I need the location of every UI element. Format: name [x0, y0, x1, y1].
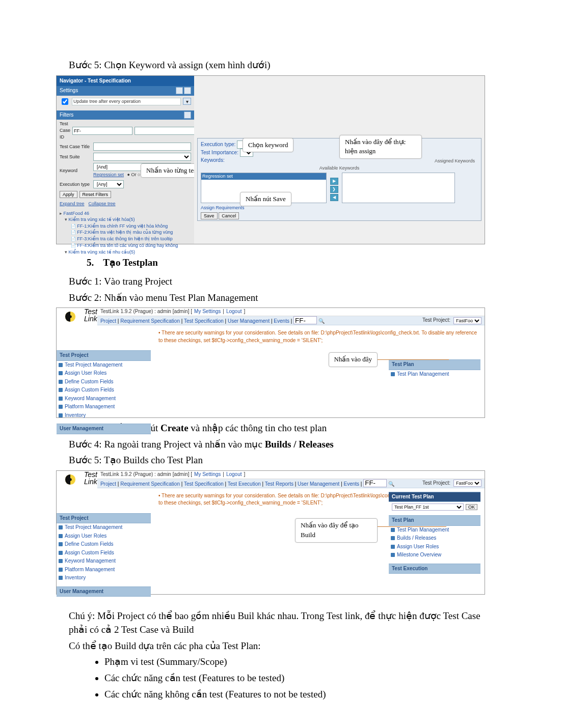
- filters-label: Filters: [60, 111, 73, 119]
- update-tree-text: Update tree after every operation: [72, 98, 181, 105]
- transfer-buttons[interactable]: ▶ ❯ ◀: [330, 178, 338, 201]
- save-button[interactable]: Save: [201, 212, 218, 219]
- menu-item[interactable]: Events: [344, 481, 360, 486]
- ok-button[interactable]: OK: [466, 504, 477, 510]
- move-all-right-icon[interactable]: ❯: [330, 186, 338, 193]
- main-menu: Project | Requirement Specification | Te…: [97, 316, 485, 325]
- sidebar-item[interactable]: Assign Custom Fields: [57, 386, 151, 395]
- filters-header[interactable]: Filters: [57, 110, 194, 120]
- search-icon[interactable]: 🔍: [388, 481, 394, 486]
- dropdown-icon[interactable]: ▾: [183, 98, 191, 105]
- list-item: Phạm vi test (Summary/Scope): [104, 655, 497, 669]
- tctitle-input[interactable]: [93, 143, 191, 151]
- sidebar-item[interactable]: Keyword Management: [57, 557, 151, 566]
- tp-item[interactable]: Milestone Overview: [389, 551, 480, 559]
- menu-item[interactable]: Project: [100, 318, 116, 324]
- note-paragraph: Chú ý: Mỗi Project có thể bao gồm nhiều …: [69, 609, 497, 637]
- tree-tc[interactable]: FF-4:Kiểm tra tên tô các vùng có đúng ha…: [71, 242, 191, 249]
- detail-panel: Execution type: Test Importance: Keyword…: [194, 76, 485, 244]
- settings-header[interactable]: Settings: [57, 86, 194, 96]
- tree-tc[interactable]: FF-1:Kiểm tra chính FF vùng việt hóa khô…: [71, 223, 191, 230]
- assign-req-link[interactable]: Assign Requirements: [201, 205, 245, 211]
- sidebar-item[interactable]: Platform Management: [57, 566, 151, 574]
- sidebar-item[interactable]: Assign User Roles: [57, 369, 151, 378]
- update-tree-checkbox[interactable]: [62, 98, 68, 105]
- list-item: Các chức năng cần test (Features to be t…: [104, 671, 497, 685]
- sidebar-item[interactable]: Assign Custom Fields: [57, 549, 151, 557]
- menu-item[interactable]: Test Specification: [184, 318, 224, 324]
- kw-item[interactable]: Regression set: [201, 173, 326, 180]
- screenshot-testplan-menu: TestLink TestLink 1.9.2 (Prague) : admin…: [56, 307, 485, 418]
- search-input[interactable]: [293, 316, 317, 324]
- sidebar-item[interactable]: Assign User Roles: [57, 532, 151, 541]
- test-project-label: Test Project:: [422, 317, 450, 324]
- tp-item-builds[interactable]: Builds / Releases: [389, 534, 480, 543]
- cancel-button[interactable]: Cancel: [219, 212, 239, 219]
- callout-connector: [378, 526, 446, 527]
- menu-item[interactable]: Requirement Specification: [120, 481, 180, 486]
- target-icon: [65, 474, 76, 485]
- collapse-icon[interactable]: [184, 111, 191, 119]
- menu-item[interactable]: Test Reports: [265, 481, 293, 486]
- menu-item[interactable]: Project: [100, 481, 116, 486]
- kw-link[interactable]: Regression set: [93, 172, 124, 177]
- tree-suite2[interactable]: Kiểm tra vùng xác tế nhu cầu(5): [65, 249, 191, 255]
- sidebar-item[interactable]: Inventory: [57, 411, 151, 420]
- search-icon[interactable]: 🔍: [318, 318, 325, 324]
- menu-item[interactable]: Requirement Specification: [120, 318, 180, 324]
- testlink-logo: [57, 471, 84, 488]
- testcase-tree[interactable]: FastFood 46 Kiểm tra vùng xác tế việt hó…: [57, 208, 194, 257]
- menu-item[interactable]: Events: [274, 318, 289, 324]
- sidebar-item[interactable]: Test Project Management: [57, 361, 151, 370]
- close-icon[interactable]: [184, 87, 191, 94]
- sidebar-item[interactable]: Define Custom Fields: [57, 540, 151, 549]
- sidebar-item[interactable]: Define Custom Fields: [57, 378, 151, 386]
- expand-tree-link[interactable]: Expand tree: [60, 201, 85, 207]
- right-column: Test Plan Test Plan Management: [389, 359, 480, 378]
- assigned-keywords-label: Assigned Keywords: [435, 158, 475, 164]
- keyword-label: Keyword: [60, 167, 91, 174]
- current-test-plan-select[interactable]: Test Plan_FF 1st: [392, 503, 464, 511]
- sidebar-item[interactable]: Platform Management: [57, 403, 151, 411]
- assigned-keywords-list[interactable]: [342, 173, 455, 203]
- tree-tc[interactable]: FF-2:Kiểm tra việt hiện thị màu của từng…: [71, 229, 191, 236]
- move-right-icon[interactable]: ▶: [330, 178, 338, 185]
- minimize-icon[interactable]: [176, 87, 183, 94]
- tcid-input[interactable]: [135, 127, 195, 135]
- version-text: TestLink 1.9.2 (Prague) : admin [admin] …: [100, 308, 192, 316]
- reset-button[interactable]: Reset Filters: [79, 191, 112, 198]
- test-plan-management-link[interactable]: Test Plan Management: [389, 370, 480, 379]
- testlink-logo-text: TestLink: [84, 308, 97, 325]
- kw-or-radio[interactable]: Or: [131, 172, 136, 177]
- tp-item[interactable]: Assign User Roles: [389, 543, 480, 551]
- tree-suite[interactable]: Kiểm tra vùng xác tế việt hóa(5): [65, 216, 191, 222]
- svg-point-1: [69, 315, 72, 318]
- menu-item[interactable]: User Management: [298, 481, 339, 486]
- collapse-tree-link[interactable]: Collapse tree: [89, 201, 116, 207]
- mysettings-link[interactable]: My Settings: [194, 471, 221, 479]
- menu-item[interactable]: Test Execution: [228, 481, 261, 486]
- search-input[interactable]: [363, 479, 387, 487]
- logout-link[interactable]: Logout: [226, 308, 242, 316]
- mysettings-link[interactable]: My Settings: [194, 308, 221, 316]
- move-left-icon[interactable]: ◀: [330, 194, 338, 201]
- tree-root[interactable]: FastFood 46: [60, 210, 191, 216]
- top-user-bar: TestLink 1.9.2 (Prague) : admin [admin] …: [97, 471, 485, 479]
- tp-item[interactable]: Test Plan Management: [389, 526, 480, 535]
- sidebar-item[interactable]: Inventory: [57, 574, 151, 582]
- apply-button[interactable]: Apply: [60, 191, 77, 198]
- test-project-select[interactable]: FastFood: [453, 317, 481, 324]
- step-b1: Bước 1: Vào trang Project: [69, 274, 497, 289]
- sidebar-item[interactable]: Keyword Management: [57, 395, 151, 403]
- main-menu: Project | Requirement Specification | Te…: [97, 479, 485, 488]
- test-project-select[interactable]: FastFood: [453, 480, 481, 487]
- menu-item[interactable]: Test Specification: [184, 481, 224, 486]
- tree-tc[interactable]: FF-3:Kiểm tra các thông tin hiện thị trê…: [71, 236, 191, 242]
- menu-item[interactable]: User Management: [228, 318, 270, 324]
- testsuite-select[interactable]: [93, 153, 191, 161]
- testlink-header: TestLink TestLink 1.9.2 (Prague) : admin…: [57, 471, 485, 488]
- sidebar-heading-project: Test Project: [57, 350, 151, 361]
- logout-link[interactable]: Logout: [226, 471, 242, 479]
- exectype-select[interactable]: [Any]: [93, 180, 124, 188]
- sidebar-item[interactable]: Test Project Management: [57, 523, 151, 532]
